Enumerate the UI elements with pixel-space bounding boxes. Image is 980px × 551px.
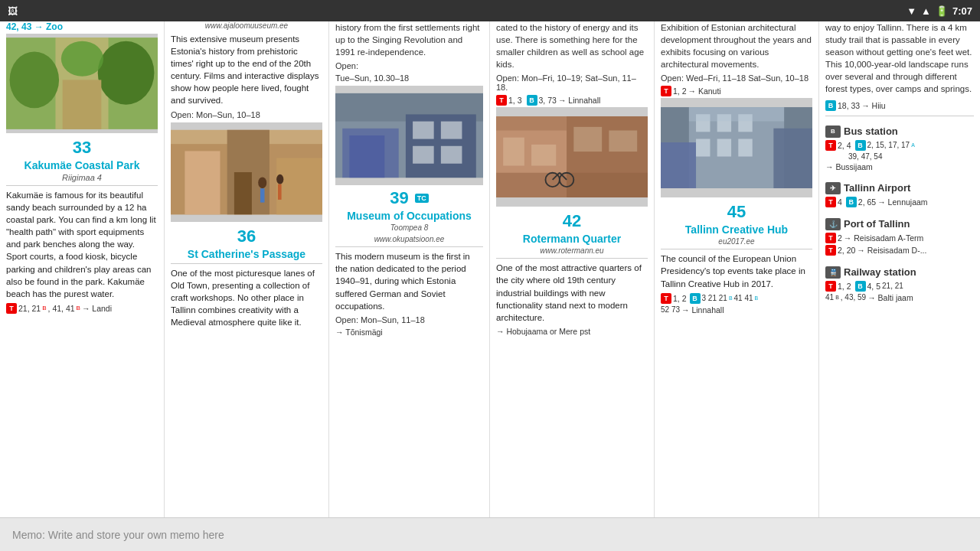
tram-icon-port2: T bbox=[825, 245, 836, 256]
rotermann-open: Open: Mon–Fri, 10–19; Sat–Sun, 11–18. bbox=[496, 73, 648, 92]
kakumae-transport: T 21, 21 B , 41, 41 B → Landi bbox=[6, 303, 158, 314]
svg-rect-40 bbox=[773, 129, 812, 188]
creative-hub-title: Tallinn Creative Hub bbox=[661, 223, 812, 236]
tram-icon-rail: T bbox=[825, 281, 836, 292]
column-kakumae: 42, 43 → Zoo 33 Kakumäe Coastal Park Rii… bbox=[0, 21, 165, 517]
bus-icon-ch: B bbox=[690, 293, 701, 304]
port-transport2: T 2, 20 → Reisisadam D-... bbox=[825, 245, 974, 256]
creative-hub-top-transport: T 1, 2 → Kanuti bbox=[661, 86, 812, 96]
rotermann-desc: One of the most attractive quarters of t… bbox=[496, 262, 648, 323]
creative-hub-website: eu2017.ee bbox=[661, 237, 812, 246]
rotermann-number: 42 bbox=[496, 211, 648, 231]
bus-icon-rail: B bbox=[855, 281, 866, 292]
tram-icon-r: T bbox=[496, 95, 507, 106]
tram-icon-port: T bbox=[825, 233, 836, 243]
svg-point-3 bbox=[98, 41, 155, 105]
airport-transport: T 4 B 2, 65 → Lennujaam bbox=[825, 197, 974, 207]
svg-rect-31 bbox=[609, 131, 637, 152]
history-museum-website: www.ajaloomuuseum.ee bbox=[171, 21, 322, 30]
memo-bar[interactable]: Memo: Write and store your own memo here bbox=[0, 517, 980, 551]
railway-transport2: 41 B , 43, 59 → Balti jaam bbox=[825, 293, 974, 302]
column-right-panel: way to enjoy Tallinn. There is a 4 km st… bbox=[819, 21, 980, 517]
main-content: 42, 43 → Zoo 33 Kakumäe Coastal Park Rii… bbox=[0, 21, 980, 517]
airport-icon: ✈ bbox=[825, 182, 841, 194]
tc-badge: TC bbox=[415, 194, 429, 203]
rotermann-website: www.rotermann.eu bbox=[496, 246, 648, 255]
occupations-open-times: Tue–Sun, 10.30–18 bbox=[335, 73, 483, 83]
svg-rect-8 bbox=[185, 151, 220, 214]
port-icon: ⚓ bbox=[825, 218, 841, 230]
svg-rect-20 bbox=[413, 122, 434, 139]
bus-station-icon: B bbox=[825, 126, 841, 138]
svg-point-14 bbox=[276, 174, 283, 184]
bus-station-dest: → Bussijaam bbox=[825, 162, 974, 171]
creative-hub-bottom-transport: T 1, 2 B 3 21 21B 41 41B bbox=[661, 293, 812, 304]
bus-station-section: B Bus station T 2, 4 B 2, 15, 17, 17A 39… bbox=[825, 121, 974, 171]
port-transport1: T 2 → Reisisadam A-Term bbox=[825, 233, 974, 243]
column-occupations: history from the first settlements right… bbox=[329, 21, 490, 517]
bus-station-transport2: 39, 47, 54 bbox=[825, 152, 974, 161]
occupations-website: www.okupatsioon.ee bbox=[335, 235, 483, 243]
svg-rect-39 bbox=[661, 142, 696, 188]
svg-rect-45 bbox=[717, 139, 731, 157]
st-catherine-title: St Catherine's Passage bbox=[171, 248, 322, 260]
col1-top-transport: 42, 43 → Zoo bbox=[6, 21, 158, 32]
svg-rect-44 bbox=[696, 139, 710, 157]
creative-hub-partial: Exhibition of Estonian architectural dev… bbox=[661, 21, 812, 70]
svg-rect-24 bbox=[349, 135, 384, 178]
railway-section: 🚆 Railway station T 1, 2 B 4, 5 21, 21 4… bbox=[825, 262, 974, 302]
bus-icon-r: B bbox=[527, 95, 537, 106]
occupations-image bbox=[335, 86, 483, 185]
status-bar-left: 🖼 bbox=[8, 5, 18, 17]
tram-numbers2: , 41, 41 bbox=[48, 304, 75, 313]
svg-rect-4 bbox=[63, 80, 102, 129]
bus-icon-bs: B bbox=[855, 140, 866, 151]
st-catherine-desc: One of the most picturesque lanes of Old… bbox=[171, 267, 322, 328]
occupations-number: 39 bbox=[390, 188, 408, 208]
occupations-partial: history from the first settlements right… bbox=[335, 21, 483, 58]
port-section: ⚓ Port of Tallinn T 2 → Reisisadam A-Ter… bbox=[825, 214, 974, 256]
svg-rect-21 bbox=[441, 122, 462, 139]
rotermann-partial: cated to the history of energy and its u… bbox=[496, 21, 648, 70]
airport-title: ✈ Tallinn Airport bbox=[825, 182, 974, 194]
wifi-icon: ▼ bbox=[906, 5, 916, 17]
kakumae-subtitle: Riigimaa 4 bbox=[6, 173, 158, 182]
svg-rect-28 bbox=[503, 138, 524, 166]
bus-icon-hiiu: B bbox=[825, 100, 836, 111]
occupations-address: Toompea 8 bbox=[335, 223, 483, 232]
column-rotermann: cated to the history of energy and its u… bbox=[490, 21, 655, 517]
svg-rect-30 bbox=[573, 127, 602, 152]
svg-rect-46 bbox=[738, 139, 752, 157]
airport-section: ✈ Tallinn Airport T 4 B 2, 65 → Lennujaa… bbox=[825, 178, 974, 207]
rotermann-dest: → Hobujaama or Mere pst bbox=[496, 327, 648, 336]
svg-rect-23 bbox=[441, 146, 462, 164]
memo-text[interactable]: Memo: Write and store your own memo here bbox=[12, 529, 224, 541]
history-museum-open: Open: Mon–Sun, 10–18 bbox=[171, 110, 322, 119]
status-bar: 🖼 ▼ ▲ 🔋 7:07 bbox=[0, 0, 980, 21]
status-bar-right: ▼ ▲ 🔋 7:07 bbox=[906, 5, 972, 17]
tram-icon-ch: T bbox=[661, 86, 671, 96]
creative-hub-open: Open: Wed–Fri, 11–18 Sat–Sun, 10–18 bbox=[661, 73, 812, 83]
svg-rect-13 bbox=[260, 188, 265, 202]
st-catherine-number: 36 bbox=[171, 227, 322, 246]
bus-station-title: B Bus station bbox=[825, 126, 974, 138]
svg-rect-10 bbox=[276, 158, 322, 214]
tram-icon-ch2: T bbox=[661, 293, 671, 304]
creative-hub-image bbox=[661, 98, 812, 197]
bus-icon-ap: B bbox=[846, 197, 857, 207]
kakumae-title: Kakumäe Coastal Park bbox=[6, 159, 158, 171]
battery-icon: 🔋 bbox=[936, 5, 948, 17]
kakumae-image bbox=[6, 34, 158, 133]
svg-rect-47 bbox=[689, 107, 784, 121]
occupations-open2: Open: Mon–Sun, 11–18 bbox=[335, 315, 483, 324]
signal-icon: ▲ bbox=[921, 5, 931, 17]
tram-numbers: 21, 21 bbox=[18, 304, 41, 313]
time-display: 7:07 bbox=[952, 5, 972, 17]
tram-icon-bs: T bbox=[825, 140, 836, 151]
st-catherine-image bbox=[171, 122, 322, 222]
railway-icon: 🚆 bbox=[825, 266, 841, 279]
rotermann-image bbox=[496, 107, 648, 207]
svg-rect-22 bbox=[413, 146, 434, 164]
svg-point-5 bbox=[61, 41, 103, 77]
rotermann-title: Rotermann Quarter bbox=[496, 233, 648, 245]
